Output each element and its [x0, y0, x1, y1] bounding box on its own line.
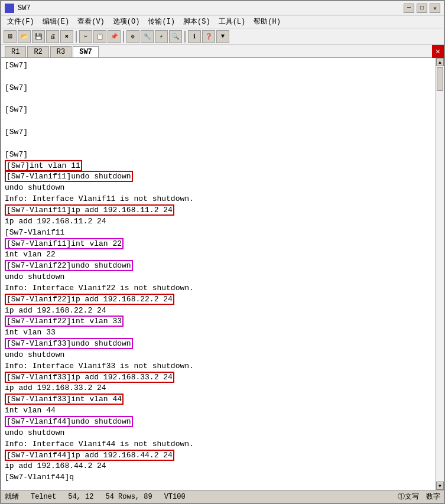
line-5: [Sw7] [5, 105, 432, 116]
toolbar-copy[interactable]: 📋 [93, 30, 106, 43]
line-3: [Sw7] [5, 83, 432, 94]
status-rows: 54 Rows, 89 [105, 493, 152, 501]
cmd-undo-shutdown-11: [Sw7-Vlanif11]undo shutdown [5, 171, 133, 182]
toolbar-paste[interactable]: 📌 [108, 30, 121, 43]
tab-r2[interactable]: R2 [27, 46, 48, 57]
line-23: ip add 192.168.22.2 24 [5, 305, 432, 317]
close-button[interactable]: ✕ [430, 4, 440, 13]
status-protocol: Telnet [31, 493, 56, 501]
line-19: [Sw7-Vlanif22]undo shutdown [5, 261, 432, 272]
menu-help[interactable]: 帮助(H) [250, 15, 284, 28]
main-window: SW7 ─ □ ✕ 文件(F) 编辑(E) 查看(V) 选项(O) 传输(I) … [0, 0, 445, 504]
status-cursor: 54, 12 [68, 493, 93, 501]
toolbar-sep-2 [123, 31, 124, 43]
tab-r3[interactable]: R3 [50, 46, 72, 57]
menu-script[interactable]: 脚本(S) [180, 15, 214, 28]
line-22: [Sw7-Vlanif22]ip add 192.168.22.2 24 [5, 294, 432, 305]
cmd-undo-shutdown-44: [Sw7-Vlanif44]undo shutdown [5, 416, 133, 427]
toolbar-sep-3 [184, 31, 186, 43]
line-1: [Sw7] [5, 60, 432, 71]
line-7: [Sw7] [5, 127, 432, 138]
cmd-int-vlan44: [Sw7-Vlanif33]int vlan 44 [5, 394, 124, 405]
line-26: [Sw7-Vlanif33]undo shutdown [5, 339, 432, 350]
toolbar-dropdown[interactable]: ▼ [216, 30, 229, 43]
line-30: ip add 192.168.33.2 24 [5, 383, 432, 394]
cmd-ip-add-22: [Sw7-Vlanif22]ip add 192.168.22.2 24 [5, 294, 174, 305]
line-12: undo shutdown [5, 183, 432, 194]
line-9: [Sw7] [5, 149, 432, 161]
menu-options[interactable]: 选项(O) [109, 15, 144, 28]
line-32: int vlan 44 [5, 405, 432, 417]
status-ime2: 数字 [426, 492, 440, 502]
cmd-ip-add-33: [Sw7-Vlanif33]ip add 192.168.33.2 24 [5, 372, 174, 383]
line-31: [Sw7-Vlanif33]int vlan 44 [5, 394, 432, 405]
toolbar-print[interactable]: 🖨 [46, 30, 59, 43]
cmd-int-vlan11: [Sw7]int vlan 11 [5, 160, 82, 171]
line-4 [5, 94, 432, 105]
cmd-undo-shutdown-33: [Sw7-Vlanif33]undo shutdown [5, 338, 133, 349]
line-15: ip add 192.168.11.2 24 [5, 216, 432, 227]
toolbar-btn6[interactable]: 🔧 [141, 30, 154, 43]
toolbar-cut[interactable]: ✂ [79, 30, 92, 43]
line-25: int vlan 33 [5, 327, 432, 339]
line-17: [Sw7-Vlanif11]int vlan 22 [5, 239, 432, 250]
scrollbar-thumb[interactable] [437, 67, 443, 91]
toolbar-save[interactable]: 💾 [32, 30, 45, 43]
window-controls: ─ □ ✕ [404, 4, 440, 13]
line-27: undo shutdown [5, 350, 432, 361]
toolbar-btn8[interactable]: 🔍 [169, 30, 182, 43]
line-10: [Sw7]int vlan 11 [5, 161, 432, 172]
cmd-undo-shutdown-22: [Sw7-Vlanif22]undo shutdown [5, 260, 133, 271]
toolbar-info[interactable]: ℹ [188, 30, 201, 43]
toolbar-open[interactable]: 📂 [18, 30, 31, 43]
status-right: ①文写 数字 [398, 492, 440, 502]
menu-transfer[interactable]: 传输(I) [144, 15, 178, 28]
window-title: SW7 [18, 4, 31, 12]
line-38: [Sw7-Vlanif44]q [5, 472, 432, 483]
cmd-int-vlan33: [Sw7-Vlanif22]int vlan 33 [5, 316, 124, 327]
line-18: int vlan 22 [5, 249, 432, 261]
menu-file[interactable]: 文件(F) [4, 15, 38, 28]
title-bar: SW7 ─ □ ✕ [1, 1, 444, 15]
app-icon [5, 4, 14, 13]
line-21: Info: Interface Vlanif22 is not shutdown… [5, 283, 432, 294]
menu-bar: 文件(F) 编辑(E) 查看(V) 选项(O) 传输(I) 脚本(S) 工具(L… [1, 15, 444, 28]
line-34: undo shutdown [5, 428, 432, 439]
toolbar-new[interactable]: 🖥 [4, 30, 17, 43]
line-36: [Sw7-Vlanif44]ip add 192.168.44.2 24 [5, 450, 432, 461]
cmd-ip-add-11: [Sw7-Vlanif11]ip add 192.168.11.2 24 [5, 204, 174, 216]
scrollbar-down[interactable]: ▼ [436, 482, 444, 490]
line-24: [Sw7-Vlanif22]int vlan 33 [5, 316, 432, 327]
line-16: [Sw7-Vlanif11 [5, 227, 432, 239]
line-39 [5, 483, 432, 490]
minimize-button[interactable]: ─ [404, 4, 414, 13]
line-20: undo shutdown [5, 272, 432, 283]
toolbar-btn7[interactable]: ⚡ [155, 30, 168, 43]
tabs-bar: R1 R2 R3 SW7 ✕ [1, 45, 444, 58]
toolbar: 🖥 📂 💾 🖨 ✖ ✂ 📋 📌 ⚙ 🔧 ⚡ 🔍 ℹ ❓ ▼ [1, 28, 444, 45]
line-28: Info: Interface Vlanif33 is not shutdown… [5, 361, 432, 372]
scrollbar-track[interactable] [436, 66, 444, 482]
line-35: Info: Interface Vlanif44 is not shutdown… [5, 439, 432, 450]
toolbar-help[interactable]: ❓ [202, 30, 215, 43]
status-bar: 就绪 Telnet 54, 12 54 Rows, 89 VT100 ①文写 数… [1, 490, 444, 503]
scrollbar-up[interactable]: ▲ [436, 58, 444, 66]
toolbar-btn5[interactable]: ⚙ [126, 30, 139, 43]
maximize-button[interactable]: □ [417, 4, 427, 13]
tab-sw7[interactable]: SW7 [73, 46, 99, 57]
cmd-ip-add-44: [Sw7-Vlanif44]ip add 192.168.44.2 24 [5, 450, 174, 461]
line-2 [5, 71, 432, 83]
line-13: Info: Interface Vlanif11 is not shutdown… [5, 194, 432, 205]
menu-view[interactable]: 查看(V) [74, 15, 108, 28]
toolbar-stop[interactable]: ✖ [60, 30, 73, 43]
menu-tools[interactable]: 工具(L) [215, 15, 249, 28]
tab-r1[interactable]: R1 [5, 46, 26, 57]
status-ime1: ①文写 [398, 492, 419, 502]
menu-edit[interactable]: 编辑(E) [39, 15, 73, 28]
terminal-output[interactable]: [Sw7] [Sw7] [Sw7] [Sw7] [Sw7] [Sw7]int v… [1, 58, 436, 490]
tab-close-button[interactable]: ✕ [432, 45, 444, 58]
line-14: [Sw7-Vlanif11]ip add 192.168.11.2 24 [5, 205, 432, 216]
line-37: ip add 192.168.44.2 24 [5, 461, 432, 472]
cmd-int-vlan22: [Sw7-Vlanif11]int vlan 22 [5, 238, 124, 249]
line-8 [5, 138, 432, 149]
